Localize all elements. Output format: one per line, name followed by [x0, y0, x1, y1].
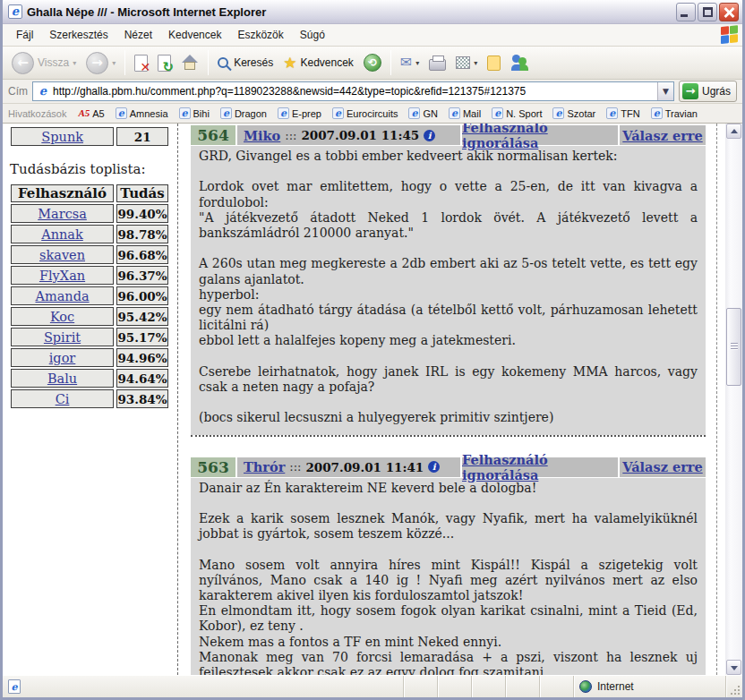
user-link[interactable]: FlyXan — [39, 269, 85, 283]
minimize-button[interactable] — [676, 3, 696, 21]
mail-dropdown-icon[interactable]: ▾ — [415, 59, 419, 67]
discuss-note-icon — [487, 55, 501, 71]
ie-favicon: e — [449, 107, 460, 119]
author-link[interactable]: Thrór — [244, 459, 285, 474]
address-dropdown-icon[interactable]: ▼ — [657, 82, 673, 100]
refresh-icon: ↻ — [158, 55, 171, 72]
go-label: Ugrás — [702, 85, 731, 98]
column-header-knowledge: Tudás — [116, 184, 168, 202]
spunk-table: Spunk 21 — [8, 125, 171, 148]
address-bar: Cím e http://ghalla.pbm.hu/comment.php?q… — [3, 80, 742, 104]
ignore-user-link[interactable]: Felhasználó ignorálása — [462, 452, 618, 482]
post-header: 564 Miko ::: 2007.09.01 11:45 i Felhaszn… — [191, 125, 706, 145]
internet-globe-icon — [579, 680, 592, 693]
scroll-thumb[interactable] — [726, 308, 741, 386]
ignore-user-link[interactable]: Felhasználó ignorálása — [462, 124, 618, 150]
table-header-row: Felhasználó Tudás — [11, 184, 168, 202]
table-row: Amanda96.00% — [11, 286, 168, 305]
zone-label: Internet — [597, 680, 634, 693]
mail-icon: ✉ — [400, 55, 412, 70]
user-link[interactable]: Balu — [47, 371, 77, 386]
favorites-button[interactable]: ★ Kedvencek — [279, 54, 357, 73]
standard-toolbar: ← Vissza ▾ → ▾ ✕ ↻ Keresés ★ Kedvencek ⟲ — [3, 47, 742, 80]
status-bar: e Internet — [3, 675, 742, 697]
table-row: Balu94.64% — [11, 369, 168, 388]
ie-favicon: e — [651, 107, 663, 119]
link-mail[interactable]: eMail — [444, 107, 485, 120]
edit-button[interactable]: ▾ — [452, 55, 481, 71]
link-gn[interactable]: eGN — [404, 107, 442, 120]
user-link[interactable]: Amanda — [35, 289, 89, 303]
reply-link[interactable]: Válasz erre — [622, 459, 702, 474]
link-travian[interactable]: eTravian — [647, 107, 702, 120]
a5-icon: A5 — [78, 107, 90, 119]
search-button[interactable]: Keresés — [214, 55, 277, 71]
author-link[interactable]: Miko — [244, 128, 280, 143]
link-n-sport[interactable]: eN. Sport — [487, 107, 546, 120]
link-tfn[interactable]: eTFN — [602, 107, 644, 120]
user-link[interactable]: Ci — [56, 392, 70, 406]
link-amnesia[interactable]: eAmnesia — [111, 107, 173, 120]
user-link[interactable]: Annak — [41, 227, 83, 242]
thread-main: 564 Miko ::: 2007.09.01 11:45 i Felhaszn… — [178, 124, 717, 675]
scroll-down-button[interactable] — [726, 660, 741, 675]
vertical-scrollbar[interactable] — [725, 124, 742, 675]
ie-favicon: e — [606, 107, 618, 119]
link-szotar[interactable]: eSzotar — [548, 107, 600, 120]
maximize-button[interactable] — [698, 3, 717, 21]
mail-button[interactable]: ✉ ▾ — [397, 54, 423, 72]
history-button[interactable]: ⟲ — [360, 52, 385, 73]
address-url[interactable]: http://ghalla.pbm.hu/comment.php?q=11890… — [53, 85, 657, 98]
post-timestamp: 2007.09.01 11:45 — [301, 128, 419, 142]
edit-dropdown-icon[interactable]: ▾ — [474, 59, 477, 67]
page-content: Spunk 21 Tudásbázis toplista: Felhasznál… — [3, 124, 742, 675]
menu-file[interactable]: Fájl — [8, 25, 41, 45]
browser-window: e Ghalla Népe /// - Microsoft Internet E… — [0, 0, 745, 700]
home-button[interactable] — [177, 53, 202, 73]
links-bar: Hivatkozások A5 A5 eAmnesia eBihi eDrago… — [3, 104, 742, 124]
info-icon[interactable]: i — [424, 130, 435, 141]
link-bihi[interactable]: eBihi — [175, 107, 214, 120]
menu-tools[interactable]: Eszközök — [229, 25, 291, 45]
user-link[interactable]: Spirit — [44, 330, 81, 345]
user-link[interactable]: Marcsa — [38, 207, 87, 221]
user-link[interactable]: skaven — [39, 248, 85, 262]
ie-favicon: e — [492, 107, 503, 119]
back-button[interactable]: ← Vissza ▾ — [8, 50, 80, 76]
link-eurocircuits[interactable]: eEurocircuits — [328, 107, 402, 120]
refresh-button[interactable]: ↻ — [154, 53, 175, 73]
user-link[interactable]: Koc — [50, 310, 74, 324]
stop-button[interactable]: ✕ — [131, 53, 151, 73]
scroll-up-button[interactable] — [726, 124, 741, 139]
go-button[interactable]: → Ugrás — [679, 81, 737, 102]
back-dropdown-icon[interactable]: ▾ — [73, 59, 76, 67]
resize-grip[interactable] — [726, 676, 742, 697]
minimize-icon — [681, 14, 688, 17]
user-link-spunk[interactable]: Spunk — [41, 130, 83, 144]
knowledge-value: 96.37% — [116, 266, 168, 285]
menu-edit[interactable]: Szerkesztés — [41, 25, 116, 45]
knowledge-value: 94.96% — [116, 348, 168, 367]
user-link[interactable]: igor — [49, 351, 76, 365]
link-dragon[interactable]: eDragon — [216, 107, 271, 120]
link-a5[interactable]: A5 A5 — [73, 107, 108, 120]
messenger-button[interactable] — [507, 53, 534, 73]
address-input[interactable]: e http://ghalla.pbm.hu/comment.php?q=118… — [32, 81, 674, 101]
info-icon[interactable]: i — [428, 461, 440, 473]
menu-favorites[interactable]: Kedvencek — [160, 25, 229, 45]
column-header-user: Felhasználó — [11, 184, 114, 202]
edit-icon — [456, 56, 470, 69]
menu-view[interactable]: Nézet — [116, 25, 160, 45]
reply-link[interactable]: Válasz erre — [622, 128, 702, 143]
print-button[interactable] — [425, 54, 450, 73]
link-e-prep[interactable]: eE-prep — [273, 107, 326, 120]
forward-dropdown-icon[interactable]: ▾ — [112, 59, 116, 67]
discuss-button[interactable] — [484, 54, 504, 73]
table-row: FlyXan96.37% — [11, 266, 168, 285]
forward-button[interactable]: → ▾ — [82, 50, 119, 76]
document-icon: e — [8, 679, 21, 694]
toplist-title: Tudásbázis toplista: — [10, 161, 174, 177]
menu-help[interactable]: Súgó — [292, 25, 333, 45]
close-button[interactable] — [719, 3, 739, 21]
meta-separator: ::: — [285, 129, 296, 142]
